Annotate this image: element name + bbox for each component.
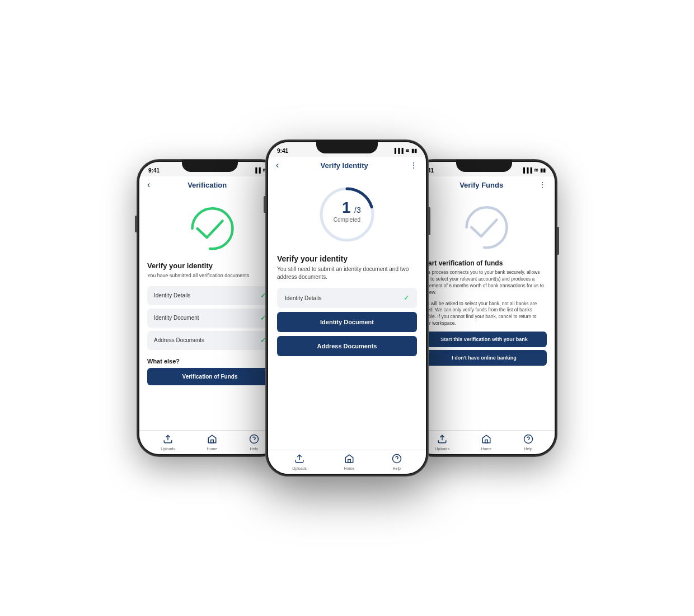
uploads-icon-center	[294, 454, 304, 465]
progress-circle-svg: 1 /3 Completed	[316, 184, 378, 245]
menu-dots-center[interactable]: ⋮	[410, 161, 418, 170]
nav-header-right: ‹ Verify Funds ⋮	[414, 176, 555, 193]
nav-title-center: Verify Identity	[321, 161, 368, 170]
home-icon-right	[481, 434, 491, 446]
item-label-identity-details-center: Identity Details	[285, 295, 322, 301]
verify-funds-icon	[421, 202, 547, 253]
svg-rect-10	[348, 460, 351, 463]
help-label-left: Help	[250, 447, 258, 451]
svg-rect-14	[485, 440, 488, 443]
what-else-title: What else?	[147, 358, 273, 365]
svg-rect-1	[211, 440, 214, 443]
checkmark-identity-details-center: ✓	[404, 294, 409, 302]
center-heading: Verify your identity	[277, 254, 417, 263]
bottom-nav-center: Uploads Home	[268, 450, 426, 474]
center-description: You still need to submit an identity doc…	[277, 265, 417, 281]
svg-text:/3: /3	[354, 206, 361, 214]
nav-header-left: ‹ Verification ⋮	[139, 176, 280, 193]
uploads-label-center: Uploads	[292, 466, 307, 470]
back-button-center[interactable]: ‹	[276, 160, 279, 170]
menu-dots-right[interactable]: ⋮	[538, 180, 547, 189]
time-left: 9:41	[148, 167, 160, 174]
help-icon-center	[392, 454, 402, 465]
help-icon-right	[523, 434, 533, 446]
item-label-identity-document: Identity Document	[154, 315, 199, 321]
center-screen-content: 1 /3 Completed Verify your identity You …	[268, 174, 426, 450]
list-item-identity-details-center[interactable]: Identity Details ✓	[277, 288, 417, 308]
progress-circle-container: 1 /3 Completed	[277, 184, 417, 245]
bottom-nav-left: Uploads Home	[139, 430, 280, 454]
bottom-nav-right: Uploads Home	[414, 430, 555, 454]
nav-help-center[interactable]: Help	[392, 454, 402, 470]
verification-funds-button[interactable]: Verification of Funds	[147, 368, 273, 385]
no-online-banking-button[interactable]: I don't have online banking	[421, 350, 547, 366]
uploads-icon-right	[437, 434, 447, 446]
identity-document-button[interactable]: Identity Document	[277, 312, 417, 332]
right-phone-screen: 9:41 ▐▐▐ ≋ ▮▮ ‹ Verify Funds ⋮	[414, 162, 555, 454]
checkmark-address-documents: ✓	[260, 337, 266, 344]
help-label-center: Help	[393, 466, 401, 470]
home-icon-center	[344, 454, 354, 465]
nav-home-right[interactable]: Home	[481, 434, 491, 451]
right-heading: Start verification of funds	[421, 259, 547, 267]
back-button-left[interactable]: ‹	[147, 180, 150, 190]
status-icons-right: ▐▐▐ ≋ ▮▮	[522, 167, 546, 173]
start-bank-verification-button[interactable]: Start this verification with your bank	[421, 332, 547, 347]
left-phone: 9:41 ▐▐ ≋ ▮ ‹ Verification ⋮	[137, 160, 283, 456]
left-description: You have submitted all verification docu…	[147, 272, 273, 279]
left-phone-screen: 9:41 ▐▐ ≋ ▮ ‹ Verification ⋮	[139, 162, 280, 454]
nav-uploads-left[interactable]: Uploads	[161, 434, 175, 451]
left-screen-content: Verify your identity You have submitted …	[139, 193, 280, 430]
nav-home-left[interactable]: Home	[207, 434, 217, 451]
uploads-icon-left	[163, 434, 173, 446]
list-item-identity-details[interactable]: Identity Details ✓	[147, 286, 273, 305]
svg-text:1: 1	[342, 199, 351, 216]
nav-title-left: Verification	[187, 181, 227, 189]
address-documents-button[interactable]: Address Documents	[277, 336, 417, 356]
funds-check-svg	[459, 202, 509, 253]
right-phone: 9:41 ▐▐▐ ≋ ▮▮ ‹ Verify Funds ⋮	[411, 160, 557, 456]
center-phone-screen: 9:41 ▐▐▐ ≋ ▮▮ ‹ Verify Identity ⋮	[268, 142, 426, 474]
right-description1: This process connects you to your bank s…	[421, 269, 547, 296]
list-item-address-documents[interactable]: Address Documents ✓	[147, 331, 273, 350]
nav-uploads-center[interactable]: Uploads	[292, 454, 307, 470]
home-label-right: Home	[481, 447, 491, 451]
nav-header-center: ‹ Verify Identity ⋮	[268, 157, 426, 174]
center-phone: 9:41 ▐▐▐ ≋ ▮▮ ‹ Verify Identity ⋮	[266, 140, 428, 476]
notch-left	[182, 160, 238, 172]
nav-uploads-right[interactable]: Uploads	[435, 434, 449, 451]
help-icon-left	[249, 434, 259, 446]
nav-help-right[interactable]: Help	[523, 434, 533, 451]
verification-check-icon	[147, 203, 273, 254]
home-label-left: Home	[207, 447, 217, 451]
item-label-address-documents: Address Documents	[154, 337, 204, 343]
notch-center	[316, 140, 378, 153]
nav-help-left[interactable]: Help	[249, 434, 259, 451]
notch-right	[456, 160, 512, 172]
list-item-identity-document[interactable]: Identity Document ✓	[147, 309, 273, 328]
right-description2: You will be asked to select your bank, n…	[421, 301, 547, 328]
uploads-label-right: Uploads	[435, 447, 449, 451]
svg-text:Completed: Completed	[334, 217, 360, 223]
left-heading: Verify your identity	[147, 262, 273, 270]
time-center: 9:41	[277, 148, 288, 154]
nav-home-center[interactable]: Home	[344, 454, 354, 470]
status-icons-center: ▐▐▐ ≋ ▮▮	[393, 148, 417, 153]
help-label-right: Help	[524, 447, 532, 451]
checkmark-identity-document: ✓	[260, 314, 266, 322]
nav-title-right: Verify Funds	[459, 181, 503, 189]
item-label-identity-details: Identity Details	[154, 292, 191, 298]
home-icon-left	[207, 434, 217, 446]
checkmark-identity-details: ✓	[260, 292, 266, 300]
right-screen-content: Start verification of funds This process…	[414, 193, 555, 430]
phones-container: 9:41 ▐▐ ≋ ▮ ‹ Verification ⋮	[115, 106, 579, 510]
home-label-center: Home	[344, 466, 354, 470]
uploads-label-left: Uploads	[161, 447, 175, 451]
